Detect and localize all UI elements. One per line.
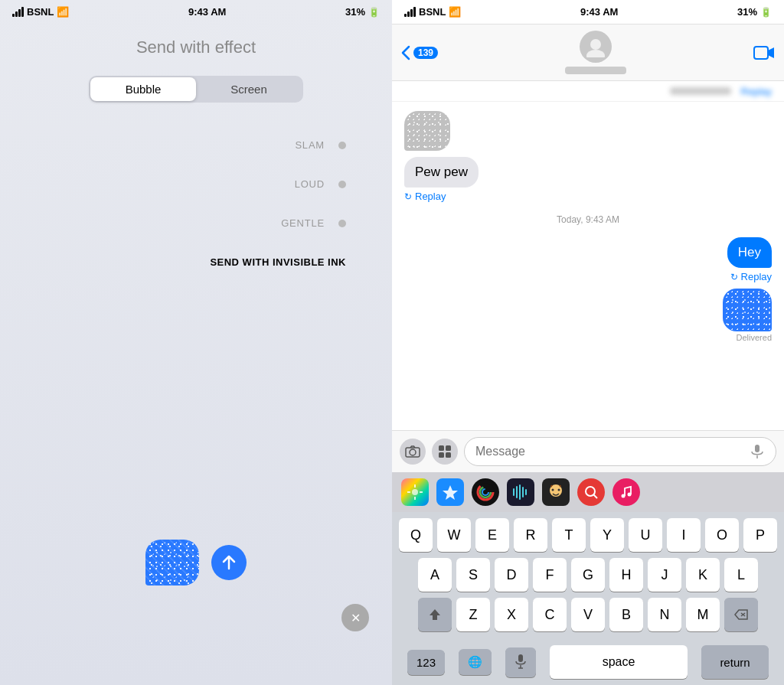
key-s[interactable]: S	[456, 558, 490, 592]
key-q[interactable]: Q	[399, 518, 433, 552]
bar4	[21, 7, 24, 17]
key-v[interactable]: V	[571, 598, 605, 631]
key-o[interactable]: O	[705, 518, 739, 552]
back-button[interactable]: 139	[401, 45, 438, 60]
right-status-left: BSNL 📶	[404, 6, 461, 18]
delivered-text: Delivered	[737, 333, 772, 342]
screen-tab[interactable]: Screen	[196, 77, 302, 101]
replay-icon-2: ↻	[730, 272, 738, 282]
key-u[interactable]: U	[629, 518, 662, 552]
key-c[interactable]: C	[533, 598, 567, 631]
glitter-bubble-preview	[145, 540, 199, 586]
left-time: 9:43 AM	[188, 6, 226, 18]
message-input[interactable]	[475, 445, 743, 458]
left-status-right: 31% 🔋	[345, 6, 380, 18]
mic-key[interactable]	[505, 647, 536, 677]
right-status-bar: BSNL 📶 9:43 AM 31% 🔋	[392, 0, 784, 24]
svg-rect-32	[518, 654, 523, 662]
key-d[interactable]: D	[495, 558, 528, 592]
delete-key[interactable]	[724, 598, 758, 631]
glitter-inner-incoming	[404, 111, 450, 151]
slam-row[interactable]: SLAM	[0, 126, 346, 165]
svg-rect-24	[525, 489, 527, 495]
key-e[interactable]: E	[475, 518, 509, 552]
glitter-inner-outgoing	[723, 289, 772, 331]
key-a[interactable]: A	[418, 558, 452, 592]
key-z[interactable]: Z	[456, 598, 490, 631]
key-l[interactable]: L	[724, 558, 758, 592]
soundwave-svg	[511, 484, 531, 501]
key-f[interactable]: F	[533, 558, 567, 592]
key-h[interactable]: H	[609, 558, 643, 592]
rbar4	[413, 7, 416, 17]
gentle-label: GENTLE	[281, 217, 325, 229]
key-k[interactable]: K	[686, 558, 720, 592]
memoji-icon[interactable]	[542, 478, 570, 506]
bubble-tab[interactable]: Bubble	[90, 77, 196, 101]
rbar3	[410, 9, 413, 17]
globe-key[interactable]: 🌐	[459, 649, 492, 675]
music-app-icon[interactable]	[612, 478, 640, 506]
messages-area[interactable]: Pew pew ↻ Replay Today, 9:43 AM Hey ↻ Re…	[392, 102, 784, 430]
message-input-box[interactable]	[464, 437, 776, 466]
svg-point-0	[590, 39, 601, 50]
key-b[interactable]: B	[609, 598, 643, 631]
send-button[interactable]	[211, 545, 247, 580]
key-i[interactable]: I	[667, 518, 701, 552]
close-button[interactable]: ✕	[341, 604, 369, 631]
space-key[interactable]: space	[550, 645, 688, 679]
return-key[interactable]: return	[701, 645, 769, 679]
replay-icon-1: ↻	[404, 191, 412, 202]
apps-icon	[438, 445, 452, 458]
glitter-dots	[145, 540, 199, 586]
right-panel: BSNL 📶 9:43 AM 31% 🔋 139	[392, 0, 784, 685]
nav-bar: 139	[392, 24, 784, 81]
key-r[interactable]: R	[514, 518, 547, 552]
soundwave-app-icon[interactable]	[507, 478, 534, 506]
video-call-icon[interactable]	[753, 45, 775, 60]
camera-button[interactable]	[400, 439, 426, 465]
bar2	[15, 11, 18, 17]
key-t[interactable]: T	[552, 518, 586, 552]
back-chevron-icon	[401, 45, 410, 60]
key-y[interactable]: Y	[590, 518, 624, 552]
loud-row[interactable]: LOUD	[0, 165, 346, 204]
appstore-svg	[442, 484, 459, 501]
outgoing-glitter-bubble	[723, 289, 772, 331]
rbar2	[407, 11, 410, 17]
apps-button[interactable]	[432, 439, 458, 465]
invisible-ink-row[interactable]: SEND WITH INVISIBLE INK	[0, 243, 346, 282]
key-p[interactable]: P	[743, 518, 777, 552]
memoji-svg	[545, 481, 567, 503]
key-g[interactable]: G	[571, 558, 605, 592]
appstore-icon[interactable]	[436, 478, 464, 506]
activity-ring-icon[interactable]	[472, 478, 499, 506]
shift-icon	[428, 608, 442, 621]
nav-actions	[753, 45, 775, 60]
hey-replay[interactable]: ↻ Replay	[730, 271, 772, 282]
gentle-row[interactable]: GENTLE	[0, 204, 346, 243]
numbers-key[interactable]: 123	[407, 650, 445, 675]
pew-pew-replay[interactable]: ↻ Replay	[404, 191, 446, 202]
invisible-ink-label: SEND WITH INVISIBLE INK	[210, 256, 346, 268]
photos-app-icon[interactable]	[401, 478, 429, 506]
svg-rect-6	[446, 445, 451, 451]
left-battery-icon: 🔋	[368, 7, 380, 18]
glitter-bubble-incoming	[404, 111, 450, 151]
hey-bubble: Hey ↻ Replay	[727, 237, 772, 282]
loud-dot	[338, 181, 346, 188]
contact-name	[565, 64, 626, 74]
contact-avatar	[580, 31, 612, 63]
search-app-icon[interactable]	[577, 478, 605, 506]
svg-rect-21	[516, 486, 518, 498]
svg-rect-8	[446, 452, 451, 458]
svg-rect-9	[755, 445, 760, 452]
key-x[interactable]: X	[495, 598, 528, 631]
key-m[interactable]: M	[686, 598, 720, 631]
key-n[interactable]: N	[648, 598, 681, 631]
key-w[interactable]: W	[437, 518, 471, 552]
key-j[interactable]: J	[648, 558, 681, 592]
app-bar	[392, 472, 784, 512]
shift-key[interactable]	[418, 598, 452, 631]
delete-icon	[733, 608, 749, 621]
